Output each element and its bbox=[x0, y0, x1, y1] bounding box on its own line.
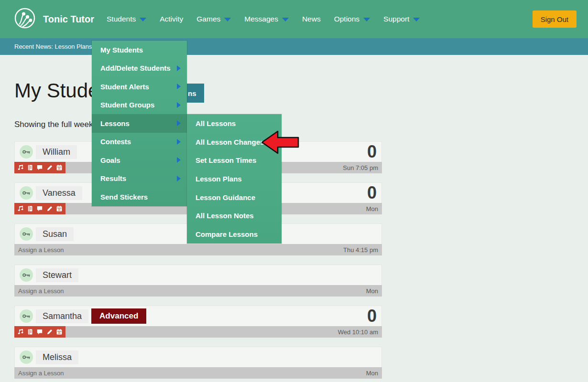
nav-item[interactable]: Support bbox=[377, 10, 426, 28]
lessons-submenu-item[interactable]: All Lesson Notes bbox=[187, 206, 282, 225]
lesson-count: 0 bbox=[367, 306, 377, 326]
assign-lesson-link[interactable]: Assign a Lesson bbox=[18, 246, 64, 254]
music-note-icon[interactable] bbox=[17, 205, 24, 212]
students-menu-item[interactable]: Send Stickers bbox=[92, 188, 187, 206]
student-name[interactable]: Stewart bbox=[36, 268, 78, 282]
nav-item-label: Activity bbox=[160, 15, 183, 23]
lesson-time: Wed 10:10 am bbox=[338, 329, 378, 336]
students-menu-item[interactable]: Goals bbox=[92, 151, 187, 170]
pencil-icon[interactable] bbox=[46, 205, 53, 212]
chevron-down-icon bbox=[363, 18, 370, 21]
chevron-down-icon bbox=[140, 18, 146, 21]
chevron-right-icon bbox=[177, 102, 181, 108]
nav-item-label: Options bbox=[334, 15, 359, 23]
music-note-icon[interactable] bbox=[17, 164, 24, 171]
tonic-tutor-logo-icon[interactable] bbox=[14, 8, 35, 31]
calendar-icon[interactable]: 31 bbox=[56, 205, 63, 212]
student-row: Stewart bbox=[14, 265, 382, 297]
svg-text:31: 31 bbox=[58, 209, 61, 211]
notebook-icon[interactable] bbox=[27, 205, 33, 212]
student-name[interactable]: Vanessa bbox=[36, 186, 82, 200]
students-menu-item[interactable]: Results bbox=[92, 170, 187, 188]
chat-bubble-icon[interactable] bbox=[36, 164, 43, 171]
key-icon[interactable] bbox=[20, 145, 33, 159]
menu-item-label: Student Alerts bbox=[100, 83, 149, 91]
menu-item-label: Results bbox=[100, 174, 126, 182]
students-menu-item[interactable]: Lessons bbox=[92, 114, 187, 133]
chat-bubble-icon[interactable] bbox=[36, 329, 43, 335]
student-name[interactable]: Melissa bbox=[36, 350, 78, 364]
students-menu-item[interactable]: Student Groups bbox=[92, 96, 187, 115]
submenu-item-label: All Lesson Notes bbox=[196, 212, 254, 220]
chat-bubble-icon[interactable] bbox=[36, 205, 43, 212]
page-subtitle: Showing the full week bbox=[14, 120, 93, 129]
key-icon[interactable] bbox=[20, 309, 33, 323]
students-dropdown-menu: My Students Add/Delete Students Student … bbox=[92, 41, 187, 206]
notebook-icon[interactable] bbox=[27, 329, 33, 335]
chevron-right-icon bbox=[177, 65, 181, 71]
students-menu-item[interactable]: Student Alerts bbox=[92, 77, 187, 96]
student-name[interactable]: Susan bbox=[36, 227, 74, 241]
students-menu-item[interactable]: Contests bbox=[92, 133, 187, 151]
nav-item[interactable]: Students bbox=[100, 10, 153, 28]
nav-item[interactable]: Games bbox=[190, 10, 238, 28]
key-icon[interactable] bbox=[20, 227, 33, 241]
student-tools-bar: 31 bbox=[14, 326, 65, 338]
student-row-main[interactable]: Samantha Advanced 0 bbox=[14, 306, 382, 326]
chevron-right-icon bbox=[177, 157, 181, 163]
calendar-icon[interactable]: 31 bbox=[56, 164, 63, 171]
lessons-submenu-item[interactable]: Lesson Guidance bbox=[187, 188, 282, 207]
assign-lesson-link[interactable]: Assign a Lesson bbox=[18, 287, 64, 295]
recent-news-bar[interactable]: Recent News: Lesson Plans bbox=[0, 38, 588, 55]
pencil-icon[interactable] bbox=[46, 164, 53, 171]
student-status-bar: 31 Assign a Lesson Mon bbox=[14, 285, 382, 297]
student-tools-bar: 31 bbox=[14, 203, 65, 214]
lessons-submenu-item[interactable]: Lesson Plans bbox=[187, 170, 282, 188]
assign-lesson-link[interactable]: Assign a Lesson bbox=[18, 370, 64, 377]
nav-item[interactable]: Activity bbox=[153, 10, 190, 28]
nav-item[interactable]: Messages bbox=[238, 10, 295, 28]
lesson-count: 0 bbox=[367, 183, 377, 202]
submenu-item-label: Lesson Guidance bbox=[196, 193, 255, 202]
student-row-main[interactable]: Stewart bbox=[14, 265, 382, 285]
lesson-time: Sun 7:05 pm bbox=[343, 164, 378, 171]
student-name[interactable]: William bbox=[36, 145, 77, 159]
key-icon[interactable] bbox=[20, 350, 33, 364]
calendar-icon[interactable]: 31 bbox=[56, 329, 63, 335]
sign-out-button[interactable]: Sign Out bbox=[533, 11, 577, 28]
partial-button-label: ns bbox=[188, 89, 196, 97]
nav-item[interactable]: Options bbox=[327, 10, 377, 28]
music-note-icon[interactable] bbox=[17, 329, 24, 335]
lesson-count: 0 bbox=[367, 142, 377, 161]
lesson-time: Mon bbox=[366, 287, 378, 295]
nav-item[interactable]: News bbox=[295, 10, 327, 28]
submenu-item-label: Lesson Plans bbox=[196, 175, 242, 183]
recent-news-text: Recent News: Lesson Plans bbox=[14, 43, 92, 50]
key-icon[interactable] bbox=[20, 186, 33, 200]
chevron-down-icon bbox=[282, 18, 289, 21]
chevron-right-icon bbox=[177, 139, 181, 145]
lessons-submenu-item[interactable]: Compare Lessons bbox=[187, 225, 282, 244]
notebook-icon[interactable] bbox=[27, 164, 33, 171]
student-name[interactable]: Samantha bbox=[36, 309, 88, 323]
submenu-item-label: All Lesson Changes bbox=[196, 138, 264, 146]
submenu-item-label: All Lessons bbox=[196, 119, 236, 127]
student-row-main[interactable]: Melissa bbox=[14, 347, 382, 367]
student-status-bar: 31 Assign a Lesson Mon bbox=[14, 367, 382, 379]
student-tools-bar: 31 bbox=[14, 162, 65, 173]
red-left-arrow-annotation bbox=[261, 130, 299, 157]
students-menu-item[interactable]: Add/Delete Students bbox=[92, 59, 187, 78]
chevron-right-icon bbox=[177, 120, 181, 126]
pencil-icon[interactable] bbox=[46, 329, 53, 335]
key-icon[interactable] bbox=[20, 268, 33, 282]
submenu-item-label: Compare Lessons bbox=[196, 230, 258, 238]
menu-item-label: Student Groups bbox=[100, 101, 154, 109]
main-nav: Students Activity Games Messages News bbox=[100, 10, 426, 28]
partially-hidden-button[interactable]: ns bbox=[187, 84, 204, 103]
students-menu-item[interactable]: My Students bbox=[92, 41, 187, 59]
svg-text:31: 31 bbox=[58, 168, 61, 170]
nav-item-label: Support bbox=[383, 15, 409, 23]
svg-text:31: 31 bbox=[58, 332, 61, 334]
student-row: Samantha Advanced 0 bbox=[14, 306, 382, 338]
nav-item-label: Messages bbox=[244, 15, 278, 23]
